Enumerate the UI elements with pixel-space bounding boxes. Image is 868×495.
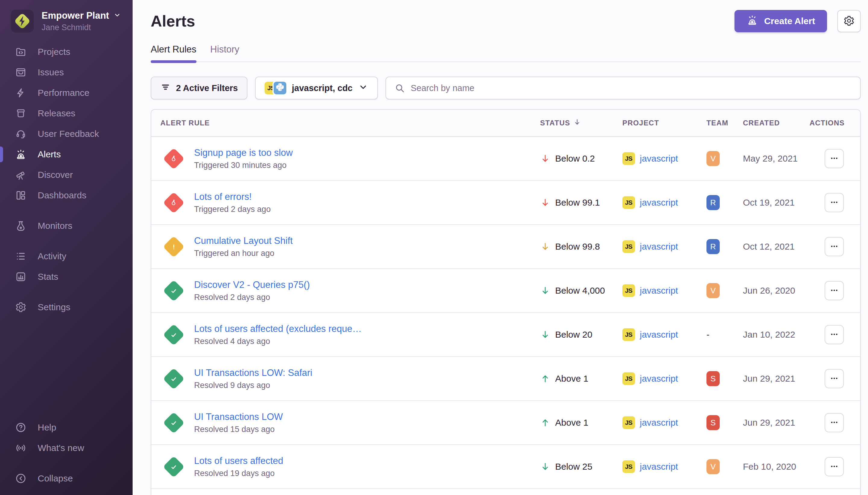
row-actions-button[interactable] [824, 193, 844, 212]
table-row: Lots of users affected (excludes reque…R… [151, 313, 860, 357]
search-input[interactable] [411, 83, 852, 93]
ellipsis-icon [830, 286, 839, 296]
sidebar-item-performance[interactable]: Performance [0, 83, 133, 103]
project-cell: JSjavascript [622, 284, 707, 297]
project-cell: JSjavascript [622, 328, 707, 341]
main-content: Alerts Create Alert Alert Rules History … [133, 0, 868, 495]
sidebar-item-projects[interactable]: Projects [0, 41, 133, 62]
alert-rules-table: ALERT RULE STATUS PROJECT TEAM CREATED A… [151, 109, 861, 495]
sidebar-item-user-feedback[interactable]: User Feedback [0, 124, 133, 144]
created-date: May 29, 2021 [743, 153, 810, 164]
sidebar-item-releases[interactable]: Releases [0, 103, 133, 124]
check-icon [169, 330, 178, 339]
sidebar-item-discover[interactable]: Discover [0, 165, 133, 185]
table-row: Signup page is too slowTriggered 30 minu… [151, 137, 860, 181]
alert-settings-button[interactable] [837, 10, 861, 32]
user-feedback-icon [15, 128, 27, 140]
actions-cell [810, 149, 851, 168]
alert-rule-link[interactable]: Lots of users affected (excludes reque… [194, 323, 362, 334]
sidebar-item-issues[interactable]: Issues [0, 62, 133, 83]
row-actions-button[interactable] [824, 457, 844, 476]
status-cell: Below 20 [540, 329, 622, 340]
actions-cell [810, 325, 851, 344]
column-header-project[interactable]: PROJECT [622, 119, 707, 127]
column-header-alert-rule[interactable]: ALERT RULE [160, 119, 540, 127]
critical-status-icon [163, 192, 185, 214]
resolved-status-icon [163, 412, 185, 433]
tab-alert-rules[interactable]: Alert Rules [151, 44, 196, 62]
help-icon [15, 422, 27, 433]
row-actions-button[interactable] [824, 369, 844, 388]
sidebar-item-label: Performance [38, 88, 89, 98]
sidebar-item-label: Alerts [38, 149, 61, 159]
sidebar-item-collapse[interactable]: Collapse [0, 468, 133, 489]
team-avatar[interactable]: R [707, 195, 720, 210]
alert-rule-link[interactable]: UI Transactions LOW: Safari [194, 368, 312, 378]
sidebar-item-stats[interactable]: Stats [0, 267, 133, 287]
sidebar-item-settings[interactable]: Settings [0, 297, 133, 318]
org-name: Empower Plant [41, 10, 109, 21]
check-icon [169, 286, 178, 295]
team-avatar[interactable]: V [707, 283, 720, 298]
project-link[interactable]: javascript [640, 417, 678, 428]
team-avatar[interactable]: S [707, 415, 720, 430]
whats-new-icon [15, 442, 27, 454]
stats-icon [15, 271, 27, 283]
project-link[interactable]: javascript [640, 329, 678, 340]
project-link[interactable]: javascript [640, 462, 678, 472]
row-actions-button[interactable] [824, 237, 844, 256]
status-cell: Below 99.8 [540, 241, 622, 252]
alert-rule-link[interactable]: UI Transactions LOW [194, 411, 283, 422]
sidebar-item-label: Activity [38, 251, 66, 261]
javascript-platform-icon: JS [622, 240, 635, 253]
monitors-icon [15, 220, 27, 232]
sidebar-item-alerts[interactable]: Alerts [0, 144, 133, 165]
team-avatar[interactable]: R [707, 239, 720, 254]
ellipsis-icon [830, 330, 839, 340]
project-selector-dropdown[interactable]: JS javascript, cdc [255, 76, 378, 100]
org-switcher[interactable]: Empower Plant Jane Schmidt [0, 0, 133, 39]
trend-up-icon [540, 417, 550, 428]
project-link[interactable]: javascript [640, 286, 678, 296]
column-header-team[interactable]: TEAM [707, 119, 743, 127]
project-link[interactable]: javascript [640, 241, 678, 252]
column-header-status[interactable]: STATUS [540, 118, 622, 128]
alert-rule-link[interactable]: Discover V2 - Queries p75() [194, 279, 310, 290]
platform-badges: JS [265, 82, 286, 95]
created-date: Jun 29, 2021 [743, 417, 810, 428]
page-title: Alerts [151, 12, 195, 30]
project-link[interactable]: javascript [640, 374, 678, 384]
sidebar-item-label: Releases [38, 108, 75, 118]
sidebar-item-label: Projects [38, 47, 70, 57]
settings-icon [15, 302, 27, 313]
row-actions-button[interactable] [824, 413, 844, 432]
team-avatar[interactable]: V [707, 459, 720, 474]
create-alert-button[interactable]: Create Alert [734, 10, 827, 32]
search-icon [395, 83, 405, 93]
status-value: Below 4,000 [555, 286, 605, 296]
sidebar-item-dashboards[interactable]: Dashboards [0, 185, 133, 206]
alert-rule-link[interactable]: Signup page is too slow [194, 148, 293, 158]
team-avatar[interactable]: V [707, 151, 720, 166]
team-avatar[interactable]: S [707, 371, 720, 386]
sidebar-item-help[interactable]: Help [0, 417, 133, 438]
project-link[interactable]: javascript [640, 198, 678, 208]
alert-rule-link[interactable]: Cumulative Layout Shift [194, 236, 293, 246]
org-logo-icon [11, 10, 34, 33]
alert-rule-link[interactable]: Lots of errors! [194, 191, 271, 202]
sidebar-item-what-s-new[interactable]: What's new [0, 438, 133, 458]
project-link[interactable]: javascript [640, 153, 678, 164]
sidebar-item-monitors[interactable]: Monitors [0, 216, 133, 236]
active-filters-button[interactable]: 2 Active Filters [151, 76, 247, 100]
alert-rule-link[interactable]: Lots of users affected [194, 456, 283, 466]
project-cell: JSjavascript [622, 240, 707, 253]
row-actions-button[interactable] [824, 281, 844, 300]
row-actions-button[interactable] [824, 149, 844, 168]
column-header-created[interactable]: CREATED [743, 119, 810, 127]
sidebar-item-activity[interactable]: Activity [0, 246, 133, 267]
row-actions-button[interactable] [824, 325, 844, 344]
project-cell: JSjavascript [622, 152, 707, 165]
alert-rule-cell: UI Transactions LOWResolved 15 days ago [160, 411, 540, 434]
tab-history[interactable]: History [210, 44, 239, 62]
alert-rule-detail: Resolved 2 days ago [194, 293, 310, 302]
